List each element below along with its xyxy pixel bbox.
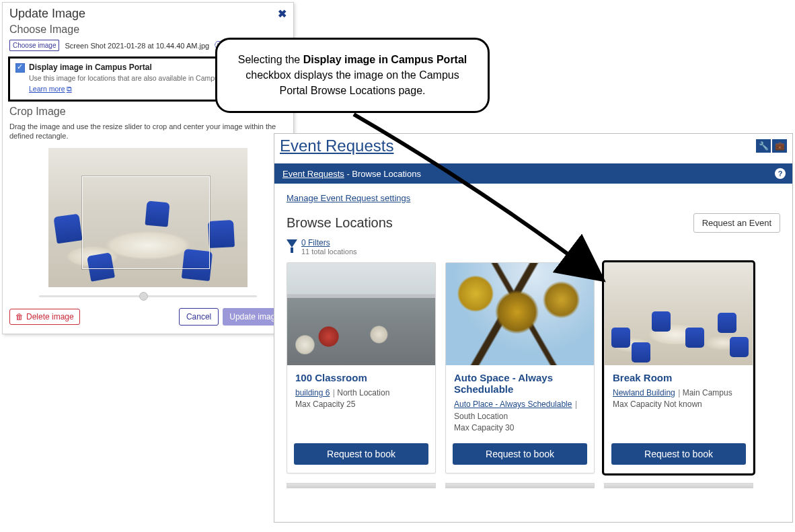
breadcrumb-root-link[interactable]: Event Requests [282,169,344,179]
manage-settings-link[interactable]: Manage Event Request settings [287,193,410,203]
campus-label: Main Campus [683,388,732,397]
browse-locations-heading: Browse Locations [287,215,393,231]
page-title-link[interactable]: Event Requests [280,137,393,155]
capacity-label: Max Capacity 30 [454,423,586,432]
crop-area [3,145,293,289]
building-link[interactable]: Newland Building [613,388,675,397]
display-in-portal-label: Display image in Campus Portal [29,63,152,72]
location-thumbnail [287,263,435,365]
breadcrumb-bar: Event Requests - Browse Locations ? [274,163,792,184]
campus-portal-page: Event Requests 🔧 💼 Event Requests - Brow… [274,133,793,523]
location-card: Auto Space - Always Schedulable Auto Pla… [445,262,595,473]
trash-icon: 🗑 [15,312,24,321]
total-locations-label: 11 total locations [301,248,357,256]
cancel-button[interactable]: Cancel [179,308,219,326]
campus-label: South Location [454,412,508,421]
briefcase-icon[interactable]: 💼 [772,139,787,153]
next-row-peek [287,483,780,488]
location-thumbnail [605,263,753,365]
close-icon[interactable]: ✖ [278,7,287,20]
dialog-title: Update Image [9,7,85,21]
learn-more-label: Learn more [29,85,65,93]
location-cards-row: 100 Classroom building 6 | North Locatio… [287,262,780,473]
capacity-label: Max Capacity 25 [295,400,427,409]
request-to-book-button[interactable]: Request to book [294,443,428,465]
request-to-book-button[interactable]: Request to book [611,443,746,465]
display-in-portal-checkbox[interactable] [15,63,25,73]
location-card-highlighted: Break Room Newland Building | Main Campu… [604,262,753,473]
request-event-button[interactable]: Request an Event [693,213,780,233]
delete-image-label: Delete image [26,312,74,321]
breadcrumb-current: Browse Locations [352,169,421,179]
crop-description: Drag the image and use the resize slider… [3,122,293,145]
location-title: 100 Classroom [295,372,427,383]
location-title: Break Room [613,372,745,383]
location-thumbnail [446,263,594,365]
campus-label: North Location [337,388,389,397]
filters-count-link[interactable]: 0 Filters [301,238,330,248]
delete-image-button[interactable]: 🗑 Delete image [9,309,80,325]
callout-prefix: Selecting the [238,54,303,65]
learn-more-link[interactable]: Learn more ⧉ [29,85,72,93]
resize-slider-thumb[interactable] [139,292,148,301]
callout-suffix: checkbox displays the image on the Campu… [245,69,459,96]
location-title: Auto Space - Always Schedulable [454,372,586,395]
crop-rectangle[interactable] [82,176,210,269]
crop-image-canvas[interactable] [48,148,248,287]
building-link[interactable]: building 6 [295,388,330,397]
request-to-book-button[interactable]: Request to book [453,443,587,465]
resize-slider[interactable] [39,295,257,297]
selected-filename: Screen Shot 2021-01-28 at 10.44.40 AM.jp… [65,42,209,50]
building-link[interactable]: Auto Place - Always Schedulable [454,400,572,409]
location-card: 100 Classroom building 6 | North Locatio… [287,262,436,473]
capacity-label: Max Capacity Not known [613,400,745,409]
wrench-icon[interactable]: 🔧 [756,139,771,153]
external-link-icon: ⧉ [67,85,72,93]
annotation-callout: Selecting the Display image in Campus Po… [215,38,490,113]
help-icon[interactable]: ? [775,168,786,179]
filter-icon[interactable] [287,239,297,248]
choose-image-button[interactable]: Choose image [9,40,59,51]
callout-bold: Display image in Campus Portal [303,54,467,65]
